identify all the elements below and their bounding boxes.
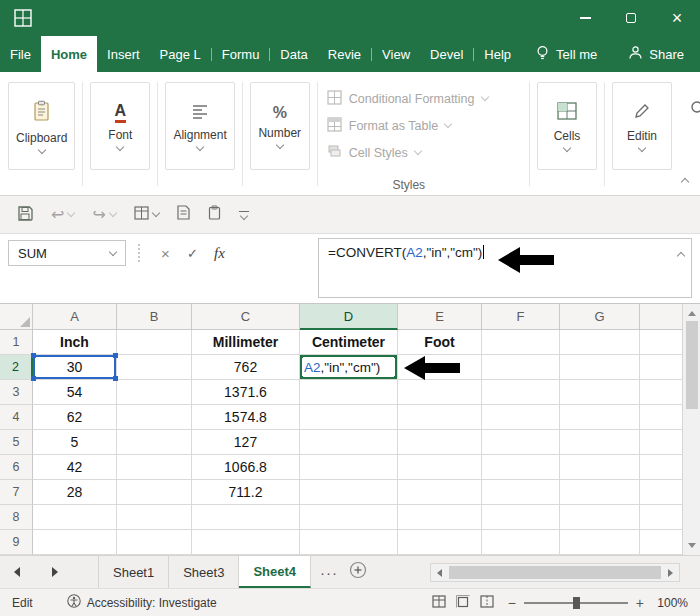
cell[interactable] [560,355,640,380]
cell[interactable] [117,355,192,380]
cell[interactable] [398,530,482,555]
cell-C7[interactable]: 711.2 [192,480,300,505]
cell[interactable] [560,380,640,405]
name-box[interactable]: SUM [8,240,126,266]
customize-quick-access-button[interactable] [230,196,258,233]
tab-formulas[interactable]: Formu [212,36,270,72]
page-layout-view-icon[interactable] [456,595,470,611]
cell[interactable] [640,505,682,530]
cell[interactable] [640,530,682,555]
cell[interactable] [300,480,398,505]
cell[interactable] [640,480,682,505]
cell[interactable] [300,455,398,480]
page-break-preview-icon[interactable] [480,595,494,611]
cell[interactable] [560,455,640,480]
scroll-down-icon[interactable] [688,543,696,548]
clipboard-tool-button[interactable] [199,196,230,233]
tab-data[interactable]: Data [270,36,317,72]
cell-A7[interactable]: 28 [33,480,117,505]
cell-A2-referenced[interactable]: 30 [33,355,117,380]
more-sheets-button[interactable]: ··· [311,556,347,588]
cell[interactable] [117,455,192,480]
cell[interactable] [398,430,482,455]
row-header-5[interactable]: 5 [0,430,33,455]
cell[interactable] [640,430,682,455]
cell[interactable] [482,405,560,430]
cell-A5[interactable]: 5 [33,430,117,455]
cell-C2[interactable]: 762 [192,355,300,380]
zoom-in-icon[interactable]: + [636,596,644,610]
column-header-a[interactable]: A [33,304,117,330]
cell-A4[interactable]: 62 [33,405,117,430]
cell[interactable] [300,505,398,530]
tell-me-button[interactable]: Tell me [535,36,597,72]
cell[interactable] [560,330,640,355]
cell-A3[interactable]: 54 [33,380,117,405]
horizontal-scrollbar-thumb[interactable] [449,566,661,579]
cell[interactable] [482,330,560,355]
cell[interactable] [482,530,560,555]
zoom-out-icon[interactable]: − [508,596,516,610]
row-header-4[interactable]: 4 [0,405,33,430]
cell[interactable] [192,505,300,530]
minimize-button[interactable] [562,0,608,36]
column-header-c[interactable]: C [192,304,300,330]
vertical-scrollbar-thumb[interactable] [686,321,698,409]
row-header-6[interactable]: 6 [0,455,33,480]
cell-A1[interactable]: Inch [33,330,117,355]
column-header-d-selected[interactable]: D [300,304,398,330]
share-button[interactable]: Share [628,36,684,72]
maximize-button[interactable] [608,0,654,36]
cell[interactable] [117,330,192,355]
tab-home[interactable]: Home [41,36,97,72]
cell-A6[interactable]: 42 [33,455,117,480]
range-handle[interactable] [113,376,118,381]
cell[interactable] [398,455,482,480]
cancel-button[interactable]: × [152,240,179,266]
horizontal-scrollbar[interactable] [430,563,680,582]
zoom-slider[interactable] [524,602,628,604]
sheet-tab-sheet1[interactable]: Sheet1 [98,556,169,588]
cell-C4[interactable]: 1574.8 [192,405,300,430]
sheet-nav-left-icon[interactable] [14,567,20,577]
vertical-scrollbar[interactable] [682,304,700,555]
cell[interactable] [117,405,192,430]
ribbon-group-font[interactable]: A Font [90,82,150,170]
cell[interactable] [560,530,640,555]
cell[interactable] [482,505,560,530]
cell[interactable] [560,405,640,430]
cell[interactable] [300,430,398,455]
save-button[interactable] [8,196,42,233]
close-button[interactable]: × [654,0,700,36]
cell-styles-button[interactable]: Cell Styles [327,139,491,166]
ribbon-group-number[interactable]: % Number [250,82,310,170]
cell[interactable] [300,405,398,430]
conditional-formatting-button[interactable]: Conditional Formatting [327,85,491,112]
cell[interactable] [640,455,682,480]
cell-C5[interactable]: 127 [192,430,300,455]
ribbon-group-clipboard[interactable]: Clipboard [8,82,75,170]
zoom-level-button[interactable]: 100% [652,596,688,610]
cell-E1[interactable]: Foot [398,330,482,355]
column-header-g[interactable]: G [560,304,640,330]
range-handle[interactable] [113,353,118,358]
cell-D2-editing[interactable]: A2,"in","cm") [300,355,398,380]
tab-review[interactable]: Revie [318,36,371,72]
cell[interactable] [560,480,640,505]
row-header-3[interactable]: 3 [0,380,33,405]
range-handle[interactable] [31,353,36,358]
sheet-tab-sheet3[interactable]: Sheet3 [169,556,239,588]
tab-file[interactable]: File [0,36,41,72]
cell[interactable] [33,505,117,530]
cell[interactable] [192,530,300,555]
collapse-ribbon-button[interactable] [682,171,688,189]
tab-view[interactable]: View [372,36,420,72]
ribbon-group-cells[interactable]: Cells [537,82,597,170]
enter-button[interactable]: ✓ [179,240,206,266]
undo-button[interactable]: ↩ [42,196,83,233]
tab-page-layout[interactable]: Page L [150,36,211,72]
tab-help[interactable]: Help [474,36,521,72]
cell-C6[interactable]: 1066.8 [192,455,300,480]
sheet-nav-right-icon[interactable] [52,567,58,577]
cell[interactable] [640,405,682,430]
